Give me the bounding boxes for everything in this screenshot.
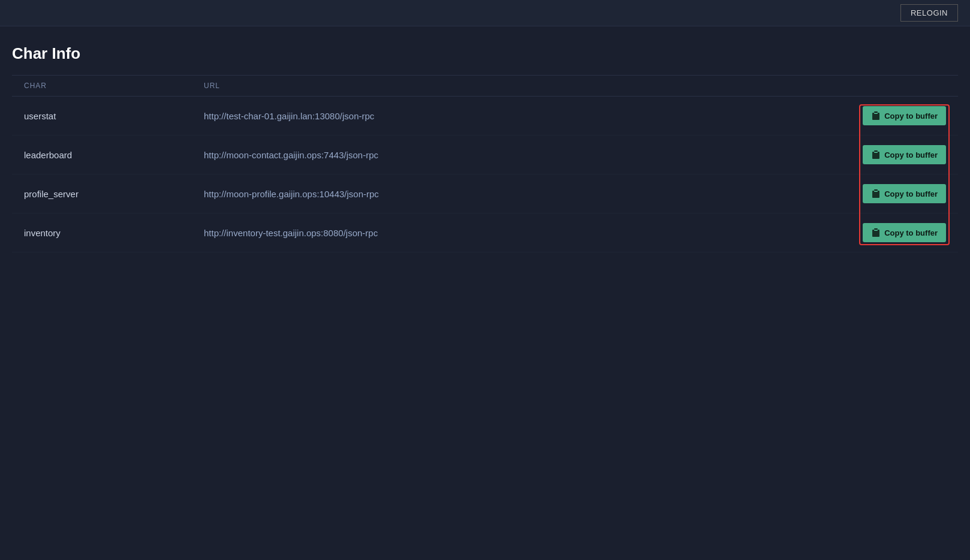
action-cell: Copy to buffer (838, 106, 946, 125)
svg-rect-1 (874, 150, 878, 152)
url-column-header: URL (204, 82, 832, 90)
copy-to-buffer-button[interactable]: Copy to buffer (863, 223, 946, 242)
char-cell: inventory (24, 228, 204, 238)
char-info-table: CHAR URL userstat http://test-char-01.ga… (12, 75, 958, 252)
clipboard-icon (871, 228, 881, 237)
copy-to-buffer-button[interactable]: Copy to buffer (863, 184, 946, 203)
char-cell: userstat (24, 111, 204, 121)
action-cell: Copy to buffer (838, 184, 946, 203)
svg-rect-2 (874, 189, 878, 191)
page-content: Char Info CHAR URL userstat http://test-… (0, 26, 970, 270)
table-body: userstat http://test-char-01.gaijin.lan:… (12, 97, 958, 252)
url-cell: http://test-char-01.gaijin.lan:13080/jso… (204, 111, 838, 121)
copy-to-buffer-button[interactable]: Copy to buffer (863, 145, 946, 164)
clipboard-icon (871, 189, 881, 198)
table-row: leaderboard http://moon-contact.gaijin.o… (12, 136, 958, 174)
table-header: CHAR URL (12, 76, 958, 97)
page-title: Char Info (12, 44, 958, 63)
url-cell: http://moon-contact.gaijin.ops:7443/json… (204, 150, 838, 160)
relogin-button[interactable]: RELOGIN (900, 4, 958, 22)
char-cell: profile_server (24, 189, 204, 199)
clipboard-icon (871, 111, 881, 121)
url-cell: http://inventory-test.gaijin.ops:8080/js… (204, 228, 838, 238)
table-row: profile_server http://moon-profile.gaiji… (12, 174, 958, 213)
action-cell: Copy to buffer (838, 145, 946, 164)
top-bar: RELOGIN (0, 0, 970, 26)
url-cell: http://moon-profile.gaijin.ops:10443/jso… (204, 189, 838, 199)
svg-rect-0 (874, 112, 878, 113)
action-cell: Copy to buffer (838, 223, 946, 242)
table-row: inventory http://inventory-test.gaijin.o… (12, 213, 958, 252)
copy-to-buffer-button[interactable]: Copy to buffer (863, 106, 946, 125)
char-column-header: CHAR (24, 82, 204, 90)
table-row: userstat http://test-char-01.gaijin.lan:… (12, 97, 958, 136)
clipboard-icon (871, 150, 881, 159)
char-cell: leaderboard (24, 150, 204, 160)
svg-rect-3 (874, 228, 878, 230)
